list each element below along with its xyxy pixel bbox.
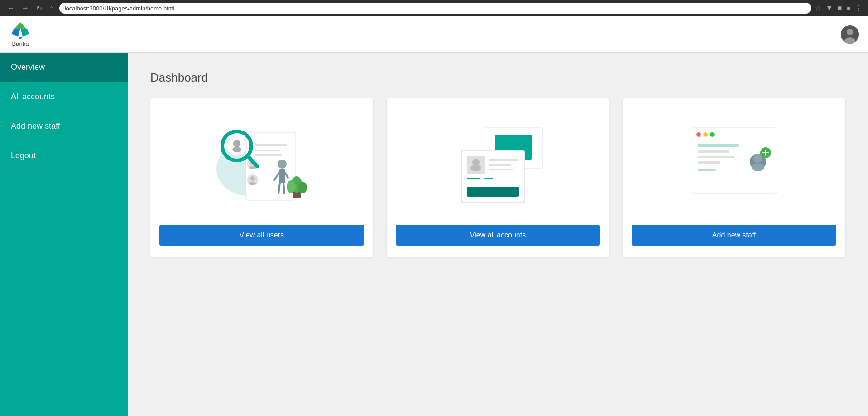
add-new-staff-button[interactable]: Add new staff <box>632 225 836 246</box>
svg-rect-24 <box>279 169 285 183</box>
address-bar[interactable]: localhost:3000/UI/pages/admin/home.html <box>59 3 811 14</box>
card-view-accounts: View all accounts <box>387 98 609 257</box>
cards-grid: View all users <box>150 98 845 257</box>
svg-point-31 <box>287 180 296 193</box>
url-text: localhost:3000/UI/pages/admin/home.html <box>65 5 175 12</box>
card-view-users: View all users <box>150 98 373 257</box>
svg-rect-42 <box>467 178 480 179</box>
browser-icons: ☆ ▼ ■ ● ⋮ <box>815 4 863 13</box>
svg-rect-59 <box>762 152 769 153</box>
puzzle-icon[interactable]: ■ <box>838 4 842 12</box>
sidebar-item-all-accounts[interactable]: All accounts <box>0 82 128 111</box>
svg-point-38 <box>470 165 481 171</box>
svg-point-37 <box>472 159 480 166</box>
svg-point-56 <box>752 163 764 171</box>
svg-point-23 <box>278 160 287 169</box>
card-add-staff: Add new staff <box>623 98 845 257</box>
svg-rect-50 <box>698 150 729 153</box>
svg-point-20 <box>233 140 240 147</box>
star-icon[interactable]: ☆ <box>815 4 821 13</box>
svg-rect-9 <box>255 144 287 146</box>
svg-point-16 <box>250 176 255 181</box>
user-avatar[interactable] <box>841 25 859 44</box>
svg-rect-40 <box>489 164 511 166</box>
svg-marker-3 <box>18 37 23 39</box>
view-all-users-button[interactable]: View all users <box>159 225 364 246</box>
svg-point-32 <box>298 182 307 193</box>
svg-point-5 <box>847 29 853 35</box>
svg-rect-52 <box>698 161 720 164</box>
layout: Overview All accounts Add new staff Logo… <box>0 53 868 416</box>
svg-marker-2 <box>20 28 29 37</box>
logo-icon <box>9 21 32 39</box>
sidebar-item-logout[interactable]: Logout <box>0 141 128 170</box>
svg-line-28 <box>283 183 284 193</box>
svg-rect-39 <box>489 159 518 161</box>
menu-icon[interactable]: ⋮ <box>855 4 863 13</box>
reload-button[interactable]: ↻ <box>34 2 44 15</box>
svg-rect-10 <box>255 150 280 151</box>
users-illustration <box>159 112 364 216</box>
view-all-accounts-button[interactable]: View all accounts <box>396 225 600 246</box>
svg-marker-0 <box>14 22 27 29</box>
svg-point-17 <box>249 182 256 185</box>
svg-rect-41 <box>489 169 513 170</box>
accounts-illustration <box>396 112 600 216</box>
extension-icon[interactable]: ▼ <box>826 4 833 12</box>
logo-text: Banka <box>12 40 29 47</box>
browser-chrome: ← → ↻ ⌂ localhost:3000/UI/pages/admin/ho… <box>0 0 868 16</box>
svg-point-46 <box>696 132 701 137</box>
svg-rect-43 <box>484 178 493 179</box>
sidebar: Overview All accounts Add new staff Logo… <box>0 53 128 416</box>
svg-point-47 <box>703 132 708 137</box>
svg-point-48 <box>710 132 715 137</box>
svg-rect-44 <box>467 187 519 197</box>
sidebar-item-add-new-staff[interactable]: Add new staff <box>0 111 128 141</box>
logo-area: Banka <box>9 21 32 47</box>
svg-rect-51 <box>698 156 734 158</box>
main-content: Dashboard <box>128 53 868 416</box>
app-header: Banka <box>0 16 868 53</box>
staff-illustration <box>632 112 836 216</box>
profile-icon[interactable]: ● <box>846 4 851 12</box>
sidebar-item-overview[interactable]: Overview <box>0 53 128 82</box>
svg-rect-53 <box>698 169 716 171</box>
svg-rect-49 <box>698 144 739 147</box>
back-button[interactable]: ← <box>5 2 16 14</box>
forward-button[interactable]: → <box>20 2 31 14</box>
svg-marker-1 <box>11 28 20 37</box>
svg-point-21 <box>232 147 241 152</box>
svg-rect-11 <box>255 154 282 156</box>
home-button[interactable]: ⌂ <box>48 2 56 14</box>
dashboard-title: Dashboard <box>150 71 845 85</box>
